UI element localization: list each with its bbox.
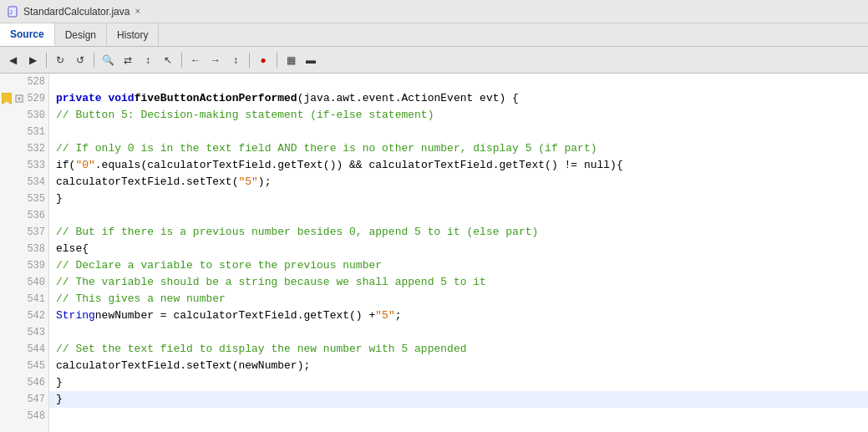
- fold-icon: [13, 174, 25, 191]
- code-token: // Set the text field to display the new…: [56, 341, 466, 358]
- line-number: 544: [25, 343, 48, 355]
- line-number: 537: [25, 226, 48, 238]
- code-line: else{: [49, 241, 868, 257]
- gutter-row: 543: [0, 324, 48, 341]
- code-token: calculatorTextField.setText(: [56, 174, 238, 191]
- code-line: }: [49, 391, 868, 408]
- code-token: "5": [238, 174, 257, 191]
- code-line: [49, 207, 868, 224]
- gutter-row: 542: [0, 307, 48, 324]
- code-line: calculatorTextField.setText(newNumber);: [49, 358, 868, 374]
- redo-button[interactable]: →: [206, 51, 225, 69]
- line-number: 539: [25, 260, 48, 272]
- code-token: calculatorTextField.setText(newNumber);: [56, 358, 310, 374]
- replace-button[interactable]: ⇄: [119, 51, 137, 69]
- code-line: }: [49, 191, 868, 207]
- code-area[interactable]: private void fiveButtonActionPerformed(j…: [49, 74, 868, 432]
- gutter-row: 528: [0, 74, 48, 90]
- bookmark-icon: [0, 341, 13, 358]
- code-token: fiveButtonActionPerformed: [135, 90, 297, 107]
- fold-icon: [13, 257, 25, 274]
- code-token: }: [56, 391, 63, 408]
- extra1-button[interactable]: ▦: [282, 51, 300, 69]
- code-line: [49, 408, 868, 424]
- editor-area: 5285295305315325335345355365375385395405…: [0, 74, 868, 432]
- fold-icon: [13, 224, 25, 241]
- refresh-button[interactable]: ↻: [51, 51, 69, 69]
- bookmark-icon: [0, 408, 13, 424]
- fold-icon: [13, 324, 25, 341]
- sep4: [249, 53, 250, 68]
- code-token: ;: [395, 307, 402, 324]
- code-token: private void: [56, 90, 135, 107]
- jump-button[interactable]: ↕: [139, 51, 157, 69]
- code-line: // Button 5: Decision-making statement (…: [49, 107, 868, 124]
- bookmark-icon: [0, 140, 13, 157]
- bookmark-icon: [0, 90, 13, 107]
- sep3: [181, 53, 182, 68]
- gutter-row: 530: [0, 107, 48, 124]
- fold-icon: [13, 107, 25, 124]
- undo-button[interactable]: ←: [186, 51, 205, 69]
- title-filename: StandardCalculator.java: [23, 6, 129, 18]
- code-line: String newNumber = calculatorTextField.g…: [49, 307, 868, 324]
- fold-icon: [13, 408, 25, 424]
- jump2-button[interactable]: ↖: [159, 51, 177, 69]
- bookmark-icon: [0, 374, 13, 391]
- bookmark-icon: [0, 324, 13, 341]
- fold-icon: [13, 291, 25, 307]
- line-number: 546: [25, 377, 48, 389]
- code-token: // Declare a variable to store the previ…: [56, 257, 382, 274]
- code-token: "5": [375, 307, 394, 324]
- gutter-row: 538: [0, 241, 48, 257]
- line-number: 535: [25, 193, 48, 205]
- bookmark-icon: [0, 124, 13, 140]
- line-number: 532: [25, 143, 48, 155]
- tab-source[interactable]: Source: [0, 23, 55, 46]
- code-line: // The variable should be a string becau…: [49, 274, 868, 291]
- gutter-row: 532: [0, 140, 48, 157]
- code-token: }: [56, 374, 63, 391]
- toggle-button[interactable]: ↕: [226, 51, 245, 69]
- tab-history[interactable]: History: [107, 23, 159, 46]
- code-token: // Button 5: Decision-making statement (…: [56, 107, 434, 124]
- back-button[interactable]: ◀: [3, 51, 22, 69]
- line-number: 541: [25, 293, 48, 305]
- line-number: 529: [25, 93, 48, 104]
- gutter-row: 533: [0, 157, 48, 174]
- line-number: 548: [25, 410, 48, 422]
- tab-design[interactable]: Design: [55, 23, 107, 46]
- bookmark-icon: [0, 191, 13, 207]
- stop-button[interactable]: ●: [254, 51, 272, 69]
- sep2: [94, 53, 94, 68]
- gutter-row: 539: [0, 257, 48, 274]
- refresh2-button[interactable]: ↺: [71, 51, 89, 69]
- line-number: 542: [25, 310, 48, 322]
- fold-icon[interactable]: [13, 90, 25, 107]
- code-token: String: [56, 307, 95, 324]
- fold-icon: [13, 207, 25, 224]
- close-tab-button[interactable]: ×: [135, 7, 140, 17]
- forward-button[interactable]: ▶: [23, 51, 42, 69]
- fold-icon: [13, 157, 25, 174]
- bookmark-icon: [0, 157, 13, 174]
- fold-icon: [13, 374, 25, 391]
- bookmark-icon: [0, 358, 13, 374]
- gutter-row: 547: [0, 391, 48, 408]
- search-button[interactable]: 🔍: [99, 51, 117, 69]
- code-token: (java.awt.event.ActionEvent evt) {: [297, 90, 519, 107]
- code-token: // This gives a new number: [56, 291, 226, 307]
- code-line: private void fiveButtonActionPerformed(j…: [49, 90, 868, 107]
- code-line: // Set the text field to display the new…: [49, 341, 868, 358]
- extra2-button[interactable]: ▬: [302, 51, 320, 69]
- line-number: 547: [25, 394, 48, 405]
- line-number: 543: [25, 327, 48, 338]
- fold-icon: [13, 274, 25, 291]
- gutter-row: 545: [0, 358, 48, 374]
- code-token: // But if there is a previous number bes…: [56, 224, 538, 241]
- gutter-row: 535: [0, 191, 48, 207]
- sep1: [46, 53, 47, 68]
- svg-marker-2: [2, 93, 12, 104]
- tabs-row: Source Design History: [0, 23, 868, 47]
- code-token: else{: [56, 241, 89, 257]
